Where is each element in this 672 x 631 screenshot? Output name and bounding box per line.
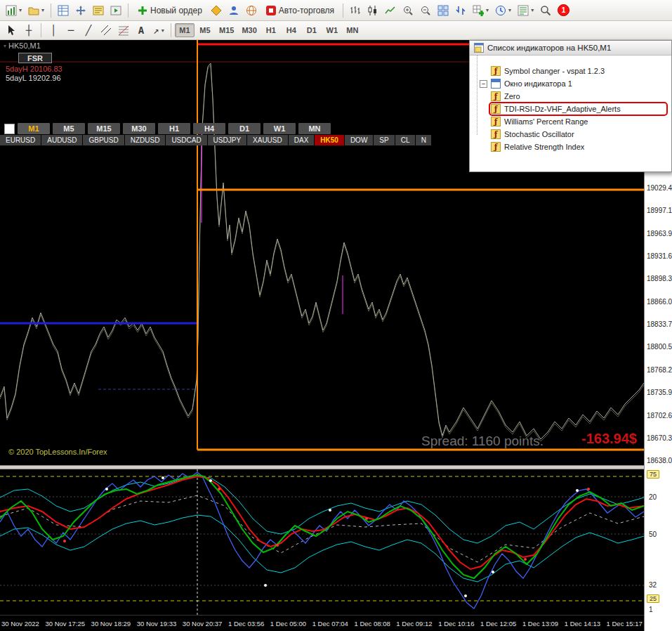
mql5-site-button[interactable]: [243, 2, 260, 19]
periods-button[interactable]: ▾: [492, 2, 514, 19]
market-base-line: [0, 495, 644, 562]
collapse-icon[interactable]: −: [480, 80, 487, 88]
add-indicator-button[interactable]: ▾: [470, 2, 492, 19]
autotrading-button[interactable]: Авто-торговля: [261, 2, 339, 19]
horizontal-line-button[interactable]: ─: [62, 22, 79, 39]
symbol-button-dax[interactable]: DAX: [289, 135, 315, 145]
new-order-label: Новый ордер: [150, 6, 202, 15]
indicator-list-icon: [474, 43, 484, 53]
tf-button-m5[interactable]: M5: [195, 23, 215, 37]
tf-button-m1[interactable]: M1: [175, 23, 195, 37]
time-label: 1 Dec 15:17: [607, 620, 643, 627]
tdi-indicator-subwindow[interactable]: [0, 469, 644, 615]
chart-tf-h4[interactable]: H4: [193, 123, 225, 134]
toolbar-separator: [51, 4, 51, 18]
text-button[interactable]: A: [133, 22, 150, 39]
symbol-button-hk50[interactable]: HK50: [315, 135, 344, 145]
vertical-line-button[interactable]: │: [45, 22, 62, 39]
symbol-button-cl[interactable]: CL: [395, 135, 416, 145]
channel-button[interactable]: [98, 22, 114, 39]
new-order-button[interactable]: Новый ордер: [132, 2, 207, 19]
navigator-button[interactable]: [72, 2, 89, 19]
chart-tf-m30[interactable]: M30: [123, 123, 155, 134]
indicator-icon: ƒ: [491, 129, 501, 139]
fibonacci-button[interactable]: [115, 22, 132, 39]
indicator-icon: ƒ: [491, 66, 501, 76]
market-watch-button[interactable]: [55, 2, 72, 19]
indicator-item-label: Stochastic Oscillator: [504, 130, 574, 138]
metaeditor-button[interactable]: [208, 2, 225, 19]
indicator-icon: ƒ: [491, 142, 501, 152]
bar-chart-button[interactable]: [347, 2, 364, 19]
indicator-item-highlighted[interactable]: ƒ TDI-RSI-Dz-VHF_Adaptive_Alerts: [470, 103, 671, 115]
tf-button-d1[interactable]: D1: [302, 23, 322, 37]
tile-windows-icon: [437, 5, 449, 16]
crosshair-button[interactable]: ┼: [20, 22, 37, 39]
symbol-button-gbpusd[interactable]: GBPUSD: [83, 135, 124, 145]
indicator-item[interactable]: ƒ Zero: [470, 90, 671, 103]
caret-down-icon: ▾: [531, 7, 534, 13]
caret-down-icon: ▾: [4, 43, 6, 49]
time-label: 1 Dec 10:16: [438, 620, 474, 627]
templates-button[interactable]: ▾: [515, 2, 536, 19]
chart-symbol-buttons: EURUSD AUDUSD GBPUSD NZDUSD USDCAD USDJP…: [0, 135, 431, 145]
time-axis[interactable]: 30 Nov 2022 30 Nov 17:25 30 Nov 18:29 30…: [0, 615, 644, 631]
terminal-button[interactable]: [90, 2, 107, 19]
chart-tf-m1[interactable]: M1: [18, 123, 50, 134]
chart-tf-w1[interactable]: W1: [263, 123, 296, 134]
indicator-window-item[interactable]: − Окно индикатора 1: [470, 77, 671, 90]
time-label: 30 Nov 17:25: [45, 620, 85, 627]
price-axis-label: 18638.05: [647, 457, 672, 464]
candlestick-button[interactable]: [364, 2, 381, 19]
symbol-button-usdcad[interactable]: USDCAD: [166, 135, 206, 145]
chart-tf-m15[interactable]: M15: [88, 123, 120, 134]
zoom-out-button[interactable]: [417, 2, 434, 19]
arrows-button[interactable]: ↗ ▾: [150, 22, 167, 39]
tf-button-h1[interactable]: H1: [261, 23, 281, 37]
color-swatch-button[interactable]: [4, 124, 15, 134]
arrange-windows-button[interactable]: [452, 2, 469, 19]
price-axis-label: 18997.15: [647, 207, 672, 214]
indicator-item[interactable]: ƒ Stochastic Oscillator: [470, 128, 671, 141]
caret-down-icon: ▾: [486, 7, 489, 13]
new-chart-button[interactable]: ▾: [3, 2, 25, 19]
tf-button-m15[interactable]: M15: [216, 23, 237, 37]
fibonacci-icon: [118, 25, 129, 36]
indicator-list-titlebar[interactable]: Список индикаторов на HK50,M1: [470, 41, 671, 56]
symbol-button-nzdusd[interactable]: NZDUSD: [125, 135, 166, 145]
copyright-label: © 2020 TopLessons.In/Forex: [8, 448, 107, 456]
symbol-button-xauusd[interactable]: XAUUSD: [247, 135, 288, 145]
zoom-in-button[interactable]: [400, 2, 416, 19]
new-chart-icon: [6, 5, 17, 16]
trendline-button[interactable]: ╱: [80, 22, 97, 39]
chart-tf-d1[interactable]: D1: [228, 123, 261, 134]
cursor-button[interactable]: [3, 22, 20, 39]
tf-button-m30[interactable]: M30: [238, 23, 260, 37]
symbol-button-eurusd[interactable]: EURUSD: [0, 135, 41, 145]
indicator-item[interactable]: ƒ Symbol changer - vspat 1.2.3: [470, 65, 671, 77]
indicator-item[interactable]: ƒ Relative Strength Index: [470, 141, 671, 153]
symbol-button-n[interactable]: N: [416, 135, 431, 145]
tf-button-h4[interactable]: H4: [282, 23, 301, 37]
strategy-tester-button[interactable]: [107, 2, 124, 19]
symbol-button-audusd[interactable]: AUDUSD: [41, 135, 82, 145]
community-button[interactable]: [225, 2, 242, 19]
symbol-button-usdjpy[interactable]: USDJPY: [208, 135, 246, 145]
panel-scale-badge: 75: [647, 470, 659, 479]
tf-button-w1[interactable]: W1: [322, 23, 342, 37]
indicator-item[interactable]: ƒ Williams' Percent Range: [470, 115, 671, 128]
profiles-button[interactable]: ▾: [25, 2, 47, 19]
channel-icon: [100, 25, 112, 36]
tile-windows-button[interactable]: [435, 2, 452, 19]
chart-tf-mn[interactable]: MN: [298, 123, 331, 134]
caret-down-icon: ▾: [41, 7, 44, 13]
line-chart-button[interactable]: [382, 2, 399, 19]
symbol-button-sp[interactable]: SP: [374, 135, 394, 145]
symbol-button-dow[interactable]: DOW: [345, 135, 373, 145]
chart-tf-h1[interactable]: H1: [158, 123, 190, 134]
chart-tf-m5[interactable]: M5: [53, 123, 85, 134]
search-button[interactable]: [537, 2, 554, 19]
panel-scale-label: 32: [649, 581, 657, 589]
tf-button-mn[interactable]: MN: [343, 23, 362, 37]
notifications-button[interactable]: 1: [555, 2, 572, 19]
